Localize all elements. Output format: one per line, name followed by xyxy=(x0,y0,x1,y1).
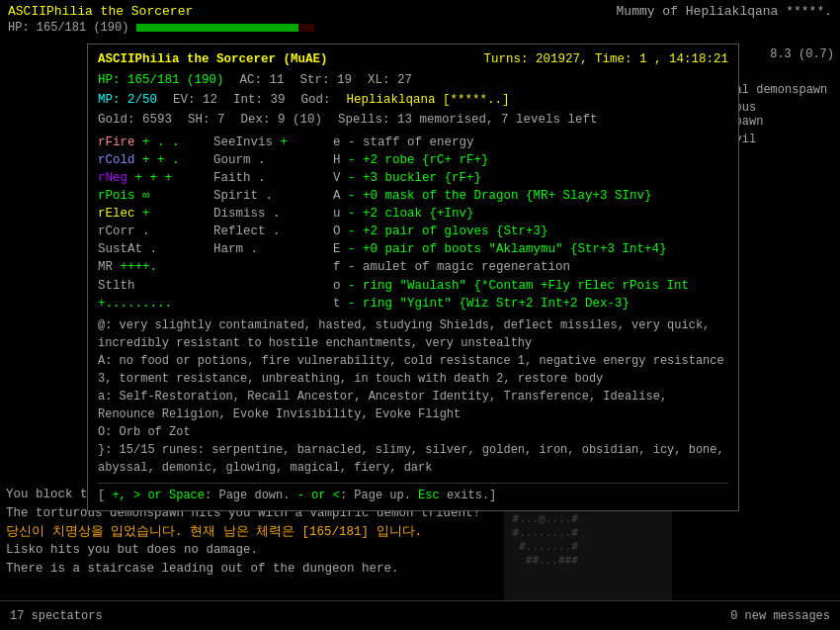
stat-mp: MP: 2/50 xyxy=(98,91,157,109)
stat-ac: AC: 11 xyxy=(240,71,285,89)
equip-E: E - +0 pair of boots "Aklamymu" {Str+3 I… xyxy=(333,240,728,258)
message-count: 0 new messages xyxy=(730,609,830,623)
equip-u: u - +2 cloak {+Inv} xyxy=(333,205,728,223)
turns-time: Turns: 201927, Time: 1 , 14:18:21 xyxy=(483,50,728,68)
skill-faith: Faith . xyxy=(213,169,325,187)
overlay-footer: [ +, > or Space: Page down. - or <: Page… xyxy=(98,483,728,504)
top-title: ASCIIPhilia the Sorcerer xyxy=(8,4,193,19)
top-hp: HP: 165/181 (190) xyxy=(8,21,128,35)
resist-rneg: rNeg + + + xyxy=(98,169,210,187)
stat-xl: XL: 27 xyxy=(368,71,412,89)
skill-gourm: Gourm . xyxy=(213,151,325,169)
resist-rcold: rCold + + . xyxy=(98,151,210,169)
char-name: ASCIIPhilia the Sorcerer (MuAE) xyxy=(98,50,328,68)
resist-stlth: Stlth +......... xyxy=(98,277,210,313)
stat-gold: Gold: 6593 xyxy=(98,111,172,129)
resist-relec: rElec + xyxy=(98,205,210,223)
equip-A: A - +0 mask of the Dragon {MR+ Slay+3 SI… xyxy=(333,187,728,205)
log-line-3: 당신이 치명상을 입었습니다. 현재 남은 체력은 [165/181] 입니다. xyxy=(6,523,498,542)
skill-reflect: Reflect . xyxy=(213,223,325,240)
equip-o: o - ring "Waulash" {*Contam +Fly rElec r… xyxy=(333,277,728,295)
status-bar: 17 spectators 0 new messages xyxy=(0,600,840,630)
equip-O: O - +2 pair of gloves {Str+3} xyxy=(333,223,728,240)
equip-e: e - staff of energy xyxy=(333,134,728,151)
stat-spells: Spells: 13 memorised, 7 levels left xyxy=(338,111,598,129)
character-overlay: ASCIIPhilia the Sorcerer (MuAE) Turns: 2… xyxy=(87,44,739,511)
resist-rcorr: rCorr . xyxy=(98,223,210,240)
rp-score: 8.3 (0.7) xyxy=(770,47,834,61)
stat-ev: EV: 12 xyxy=(173,91,217,109)
skill-dismiss: Dismiss . xyxy=(213,205,325,223)
stat-god-name: Hepliaklqana [*****..] xyxy=(347,91,510,109)
char-description: @: very slightly contaminated, hasted, s… xyxy=(98,316,728,477)
stat-sh: SH: 7 xyxy=(188,111,225,129)
equip-H: H - +2 robe {rC+ rF+} xyxy=(333,151,728,169)
stat-hp: HP: 165/181 (190) xyxy=(98,71,224,89)
stat-int: Int: 39 xyxy=(233,91,286,109)
top-subtitle: Mummy of Hepliaklqana *****. xyxy=(617,4,832,19)
skill-spirit: Spirit . xyxy=(213,187,325,205)
skill-harm: Harm . xyxy=(213,240,325,258)
skill-seeinvis: SeeInvis + xyxy=(213,134,325,151)
resist-mr: MR ++++. xyxy=(98,258,210,276)
stat-god-label: God: xyxy=(301,91,331,109)
equip-t: t - ring "Ygint" {Wiz Str+2 Int+2 Dex-3} xyxy=(333,295,728,313)
stat-str: Str: 19 xyxy=(300,71,353,89)
resist-rpois: rPois ∞ xyxy=(98,187,210,205)
spectator-count: 17 spectators xyxy=(10,609,103,623)
resist-rfire: rFire + . . xyxy=(98,134,210,151)
log-line-5: There is a staircase leading out of the … xyxy=(6,560,498,579)
resist-sustat: SustAt . xyxy=(98,240,210,258)
log-line-4: Lisko hits you but does no damage. xyxy=(6,541,498,560)
equip-V: V - +3 buckler {rF+} xyxy=(333,169,728,187)
equip-f: f - amulet of magic regeneration xyxy=(333,258,728,276)
stat-dex: Dex: 9 (10) xyxy=(241,111,323,129)
